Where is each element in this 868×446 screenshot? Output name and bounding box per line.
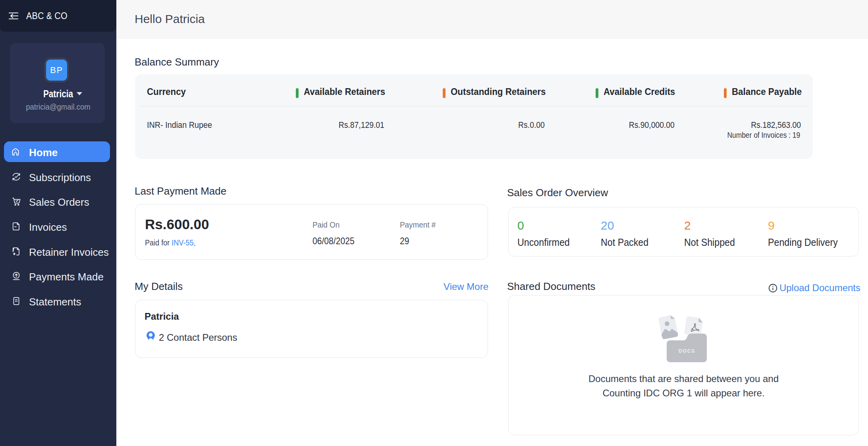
svg-text:DOCS: DOCS bbox=[679, 348, 695, 354]
